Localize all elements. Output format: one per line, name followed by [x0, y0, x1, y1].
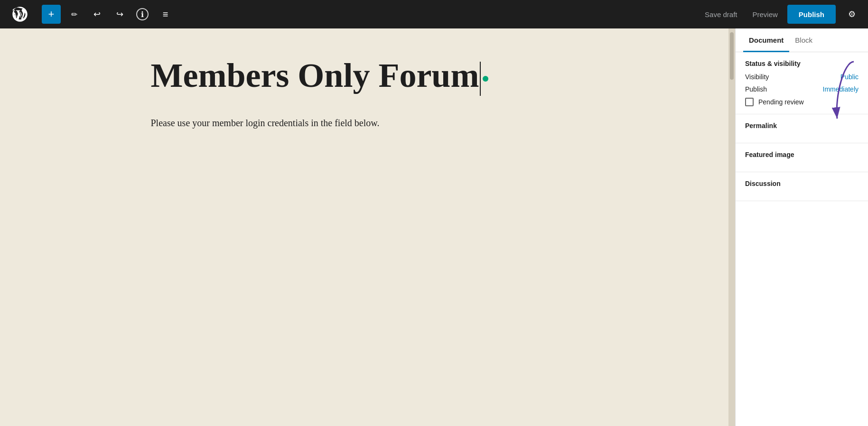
editor-scrollbar[interactable] [728, 28, 735, 426]
redo-button[interactable]: ↪ [110, 5, 129, 24]
tab-block[interactable]: Block [789, 28, 818, 52]
list-icon: ≡ [163, 9, 168, 20]
tab-document[interactable]: Document [743, 28, 789, 52]
post-body[interactable]: Please use your member login credentials… [151, 115, 578, 131]
editor-content: Members Only Forum Please use your membe… [151, 57, 578, 131]
permalink-section[interactable]: Permalink [736, 114, 868, 143]
featured-image-section[interactable]: Featured image [736, 143, 868, 172]
undo-button[interactable]: ↩ [87, 5, 106, 24]
status-visibility-section: Status & visibility Visibility Public Pu… [736, 52, 868, 114]
title-cursor [480, 62, 481, 96]
status-visibility-header: Status & visibility [745, 60, 859, 67]
visibility-value[interactable]: Public [840, 73, 859, 81]
main-layout: Members Only Forum Please use your membe… [0, 28, 868, 426]
post-title-text: Members Only Forum [151, 56, 479, 94]
editor-wrapper: Members Only Forum Please use your membe… [0, 28, 735, 426]
plus-icon: + [48, 9, 55, 19]
toolbar-right: Save draft Preview Publish ⚙ [699, 4, 862, 25]
pencil-icon: ✏ [71, 10, 77, 19]
info-button[interactable]: ℹ [133, 5, 152, 24]
publish-row: Publish Immediately [745, 85, 859, 93]
permalink-header: Permalink [745, 122, 859, 130]
featured-image-header: Featured image [745, 151, 859, 158]
list-view-button[interactable]: ≡ [156, 5, 175, 24]
redo-icon: ↪ [116, 9, 123, 19]
green-dot-indicator [483, 76, 488, 82]
visibility-row: Visibility Public [745, 73, 859, 81]
pending-review-checkbox[interactable] [745, 98, 754, 106]
publish-button[interactable]: Publish [787, 5, 836, 24]
editor-area[interactable]: Members Only Forum Please use your membe… [0, 28, 728, 426]
publish-label: Publish [745, 85, 767, 93]
add-block-button[interactable]: + [42, 5, 61, 24]
sidebar-tabs: Document Block [736, 28, 868, 52]
scrollbar-thumb [730, 32, 734, 80]
wp-logo [6, 0, 34, 28]
info-icon: ℹ [136, 8, 149, 20]
wordpress-icon [11, 6, 28, 23]
discussion-section[interactable]: Discussion [736, 172, 868, 201]
post-title[interactable]: Members Only Forum [151, 57, 578, 96]
gear-icon: ⚙ [848, 9, 856, 19]
preview-button[interactable]: Preview [747, 7, 783, 22]
save-draft-button[interactable]: Save draft [699, 7, 743, 22]
settings-button[interactable]: ⚙ [841, 4, 862, 25]
pending-review-row: Pending review [745, 98, 859, 106]
publish-value[interactable]: Immediately [823, 85, 859, 93]
pending-review-label: Pending review [758, 98, 804, 106]
sidebar: Document Block Status & visibility Visib… [735, 28, 868, 426]
discussion-header: Discussion [745, 180, 859, 187]
visibility-label: Visibility [745, 73, 769, 81]
toolbar: + ✏ ↩ ↪ ℹ ≡ Save draft Preview Publish ⚙ [0, 0, 868, 28]
edit-button[interactable]: ✏ [65, 5, 84, 24]
undo-icon: ↩ [93, 9, 101, 19]
